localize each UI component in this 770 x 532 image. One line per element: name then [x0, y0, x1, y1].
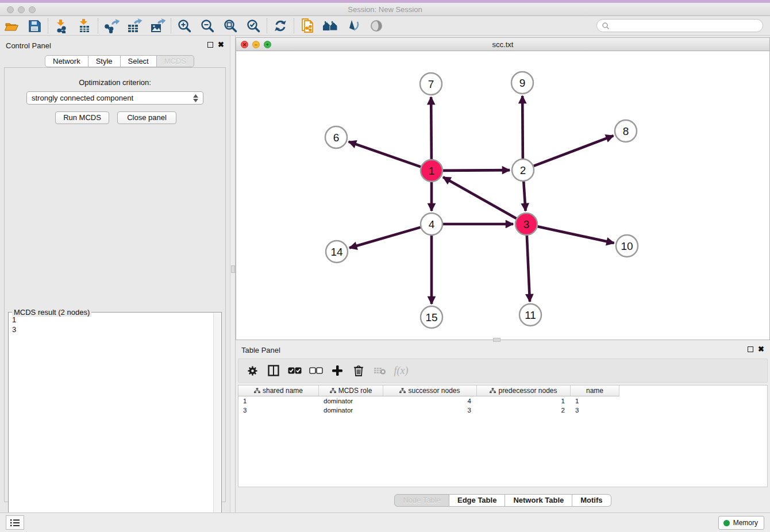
graphics-details-button[interactable]	[342, 17, 365, 35]
column-chooser-button[interactable]	[265, 363, 282, 379]
graph-node-label-4: 4	[429, 218, 435, 230]
run-mcds-button[interactable]: Run MCDS	[55, 111, 109, 124]
search-icon	[602, 22, 610, 30]
column-header-predecessor-nodes[interactable]: predecessor nodes	[477, 385, 571, 396]
graph-edge-2-9[interactable]	[522, 96, 523, 159]
search-box[interactable]	[596, 19, 763, 32]
open-file-button[interactable]	[0, 17, 23, 35]
fx-icon: f(x)	[394, 365, 409, 377]
float-panel-icon[interactable]	[748, 346, 753, 352]
table-panel-header: Table Panel ✖	[236, 345, 770, 356]
delete-table-button[interactable]	[372, 363, 388, 379]
import-network-button[interactable]	[50, 17, 73, 35]
zoom-fit-button[interactable]	[219, 17, 242, 35]
deselect-all-rows-button[interactable]	[308, 363, 324, 379]
columns-icon	[268, 365, 279, 376]
column-label: MCDS role	[338, 387, 372, 395]
control-panel-title: Control Panel	[6, 41, 51, 50]
splitter-grip[interactable]	[231, 265, 235, 273]
cell-successor-nodes[interactable]: 4	[383, 396, 477, 406]
tab-network-table[interactable]: Network Table	[505, 494, 572, 507]
vertical-splitter[interactable]	[230, 36, 236, 512]
select-all-rows-button[interactable]	[287, 363, 303, 379]
column-settings-button[interactable]	[244, 363, 260, 379]
result-scrollbar[interactable]	[213, 313, 221, 526]
import-table-button[interactable]	[73, 17, 96, 35]
graph-node-label-6: 6	[333, 132, 340, 144]
export-image-icon	[149, 18, 165, 33]
table-row[interactable]: 1dominator411	[238, 396, 767, 406]
zoom-selected-icon	[246, 18, 261, 33]
delete-columns-button[interactable]	[351, 363, 367, 379]
graph-edge-3-1[interactable]	[443, 177, 517, 218]
save-session-button[interactable]	[23, 17, 46, 35]
zoom-selected-button[interactable]	[242, 17, 265, 35]
cell-successor-nodes[interactable]: 3	[383, 406, 477, 415]
table-panel-title: Table Panel	[241, 346, 280, 354]
bird-view-button[interactable]	[365, 17, 388, 35]
graph-node-label-15: 15	[425, 311, 437, 323]
export-table-icon	[126, 18, 143, 33]
application-window: Session: New Session	[0, 0, 770, 532]
table-header-row: shared nameMCDS rolesuccessor nodesprede…	[238, 385, 767, 396]
cell-mcds-role[interactable]: dominator	[319, 396, 383, 406]
table-body: 1dominator4113dominator323	[238, 396, 767, 415]
search-input[interactable]	[610, 22, 763, 30]
open-folder-icon	[4, 19, 19, 33]
function-builder-button[interactable]: f(x)	[393, 363, 409, 379]
tab-mcds[interactable]: MCDS	[157, 55, 194, 67]
cell-predecessor-nodes[interactable]: 1	[477, 396, 571, 406]
export-network-button[interactable]	[100, 17, 123, 35]
first-neighbors-button[interactable]	[319, 17, 342, 35]
zoom-out-icon	[200, 18, 215, 33]
new-network-from-selection-button[interactable]	[296, 17, 319, 35]
export-image-button[interactable]	[146, 17, 169, 35]
column-header-successor-nodes[interactable]: successor nodes	[383, 385, 477, 396]
network-view-window: ✕ − + scc.txt 7968124314101511	[236, 37, 770, 340]
close-panel-icon[interactable]: ✖	[758, 346, 764, 352]
graph-edge-2-3[interactable]	[523, 182, 525, 211]
zoom-in-button[interactable]	[173, 17, 196, 35]
cell-name[interactable]: 3	[571, 406, 619, 415]
graph-edge-1-2[interactable]	[443, 170, 510, 171]
cell-shared-name[interactable]: 1	[238, 396, 319, 406]
graph-edge-3-11[interactable]	[527, 236, 530, 302]
network-canvas[interactable]: 7968124314101511	[236, 51, 769, 340]
mcds-result-list[interactable]: 13	[12, 315, 212, 525]
tab-select[interactable]: Select	[121, 55, 157, 67]
tab-edge-table[interactable]: Edge Table	[449, 494, 505, 507]
add-column-button[interactable]	[329, 363, 345, 379]
toolbar-separator	[294, 18, 294, 33]
cell-predecessor-nodes[interactable]: 2	[477, 406, 571, 415]
tab-motifs[interactable]: Motifs	[572, 494, 611, 507]
optimization-criterion-select[interactable]: strongly connected component	[26, 91, 203, 105]
export-table-button[interactable]	[123, 17, 146, 35]
task-history-button[interactable]	[6, 515, 24, 530]
close-panel-icon[interactable]: ✖	[218, 42, 224, 48]
refresh-layout-button[interactable]	[269, 17, 292, 35]
graph-edge-4-14[interactable]	[349, 228, 421, 248]
result-line: 3	[12, 325, 212, 334]
cell-name[interactable]: 1	[571, 396, 619, 406]
close-panel-button[interactable]: Close panel	[117, 111, 176, 124]
hierarchy-icon	[254, 388, 260, 394]
tab-network[interactable]: Network	[45, 55, 88, 67]
graph-edge-1-7[interactable]	[431, 97, 432, 159]
graph-node-label-10: 10	[621, 240, 633, 252]
graph-edge-3-10[interactable]	[538, 226, 614, 243]
graph-edge-2-8[interactable]	[534, 136, 614, 166]
memory-button[interactable]: Memory	[718, 516, 764, 530]
cell-shared-name[interactable]: 3	[238, 406, 319, 415]
zoom-out-button[interactable]	[196, 17, 219, 35]
cell-mcds-role[interactable]: dominator	[319, 406, 383, 415]
column-header-name[interactable]: name	[571, 385, 619, 396]
graph-edge-1-6[interactable]	[349, 142, 421, 167]
mcds-result-box: MCDS result (2 nodes) 13	[8, 312, 222, 527]
tab-style[interactable]: Style	[88, 55, 121, 67]
column-header-shared-name[interactable]: shared name	[238, 385, 319, 396]
float-panel-icon[interactable]	[207, 42, 213, 48]
tab-node-table[interactable]: Node Table	[394, 494, 449, 507]
splitter-grip[interactable]	[493, 338, 500, 342]
column-header-mcds-role[interactable]: MCDS role	[319, 385, 383, 396]
table-row[interactable]: 3dominator323	[238, 406, 767, 415]
